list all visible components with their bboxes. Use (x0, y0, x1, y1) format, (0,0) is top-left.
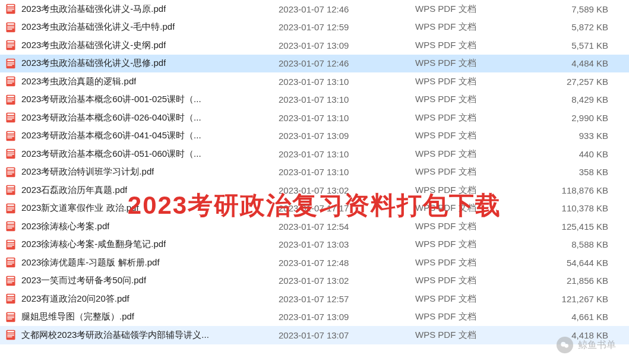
file-date-cell: 2023-01-07 13:10 (273, 149, 409, 159)
svg-rect-74 (7, 264, 12, 265)
svg-rect-61 (7, 223, 14, 224)
file-type-cell: WPS PDF 文档 (409, 40, 543, 51)
pdf-file-icon (5, 130, 17, 142)
file-row[interactable]: 2023考虫政治真题的逻辑.pdf2023-01-07 13:10WPS PDF… (0, 72, 629, 91)
file-type-cell: WPS PDF 文档 (409, 239, 543, 250)
file-type-cell: WPS PDF 文档 (409, 221, 543, 232)
file-name-cell: 2023考研政治特训班学习计划.pdf (2, 166, 273, 178)
file-name-cell: 2023徐涛核心考案-咸鱼翻身笔记.pdf (2, 239, 273, 251)
file-name-text: 2023考研政治基本概念60讲-041-045课时（... (21, 130, 201, 141)
svg-rect-62 (7, 225, 14, 226)
file-name-text: 2023考虫政治基础强化讲义-史纲.pdf (21, 40, 166, 51)
svg-rect-11 (7, 42, 14, 43)
file-row[interactable]: 2023徐涛核心考案.pdf2023-01-07 12:54WPS PDF 文档… (0, 217, 629, 236)
svg-rect-32 (7, 116, 14, 118)
svg-rect-26 (7, 96, 14, 97)
pdf-file-icon (5, 21, 17, 33)
svg-rect-47 (7, 170, 14, 172)
file-name-cell: 2023考研政治基本概念60讲-026-040课时（... (2, 112, 273, 124)
svg-rect-18 (7, 64, 14, 65)
svg-rect-69 (7, 246, 12, 247)
file-name-text: 2023考虫政治基础强化讲义-马原.pdf (21, 4, 166, 15)
file-date-cell: 2023-01-07 13:10 (273, 77, 409, 87)
file-row[interactable]: 腿姐思维导图（完整版）.pdf2023-01-07 13:09WPS PDF 文… (0, 308, 629, 327)
file-row[interactable]: 文都网校2023考研政治基础领学内部辅导讲义...2023-01-07 13:0… (0, 326, 629, 344)
pdf-file-icon (5, 220, 17, 232)
svg-rect-53 (7, 190, 14, 191)
file-name-text: 2023有道政治20问20答.pdf (21, 293, 129, 305)
file-row[interactable]: 2023徐涛优题库-习题版 解析册.pdf2023-01-07 12:48WPS… (0, 254, 629, 272)
file-row[interactable]: 2023考虫政治基础强化讲义-马原.pdf2023-01-07 12:46WPS… (0, 0, 629, 18)
svg-rect-86 (7, 313, 14, 315)
file-name-text: 腿姐思维导图（完整版）.pdf (21, 311, 134, 322)
wechat-icon (557, 337, 573, 353)
file-row[interactable]: 2023有道政治20问20答.pdf2023-01-07 12:57WPS PD… (0, 290, 629, 308)
pdf-file-icon (5, 275, 17, 287)
svg-rect-44 (7, 156, 12, 157)
svg-rect-34 (7, 119, 12, 121)
svg-rect-42 (7, 153, 14, 154)
file-row[interactable]: 2023一笑而过考研备考50问.pdf2023-01-07 13:02WPS P… (0, 272, 629, 290)
file-row[interactable]: 2023新文道寒假作业 政治.pdf2023-01-07 17:17WPS PD… (0, 200, 629, 218)
svg-rect-71 (7, 259, 14, 261)
file-size-cell: 440 KB (543, 149, 620, 159)
file-name-cell: 2023新文道寒假作业 政治.pdf (2, 202, 273, 214)
file-type-cell: WPS PDF 文档 (409, 185, 543, 196)
file-size-cell: 54,644 KB (543, 258, 620, 268)
file-list: 2023考虫政治基础强化讲义-马原.pdf2023-01-07 12:46WPS… (0, 0, 629, 344)
file-name-cell: 2023考虫政治真题的逻辑.pdf (2, 75, 273, 87)
file-row[interactable]: 2023考研政治基本概念60讲-026-040课时（...2023-01-07 … (0, 109, 629, 127)
file-date-cell: 2023-01-07 17:17 (273, 203, 409, 213)
file-row[interactable]: 2023考虫政治基础强化讲义-毛中特.pdf2023-01-07 12:59WP… (0, 18, 629, 37)
svg-rect-93 (7, 335, 14, 336)
svg-rect-46 (7, 168, 14, 170)
file-name-cell: 2023石磊政治历年真题.pdf (2, 184, 273, 196)
svg-rect-72 (7, 261, 14, 262)
pdf-file-icon (5, 293, 17, 305)
file-size-cell: 5,571 KB (543, 40, 620, 50)
svg-rect-73 (7, 262, 14, 264)
svg-rect-57 (7, 207, 14, 208)
svg-rect-23 (7, 81, 14, 83)
svg-rect-28 (7, 100, 14, 101)
file-name-text: 2023考研政治基本概念60讲-026-040课时（... (21, 112, 201, 124)
svg-rect-41 (7, 150, 14, 152)
file-type-cell: WPS PDF 文档 (409, 58, 543, 69)
svg-rect-63 (7, 226, 14, 227)
svg-rect-48 (7, 172, 14, 173)
file-row[interactable]: 2023考研政治基本概念60讲-051-060课时（...2023-01-07 … (0, 145, 629, 163)
file-name-cell: 2023考虫政治基础强化讲义-马原.pdf (2, 3, 273, 15)
file-row[interactable]: 2023徐涛核心考案-咸鱼翻身笔记.pdf2023-01-07 13:03WPS… (0, 236, 629, 254)
svg-rect-52 (7, 189, 14, 190)
file-name-text: 2023徐涛核心考案-咸鱼翻身笔记.pdf (21, 239, 166, 250)
svg-rect-78 (7, 281, 14, 282)
svg-rect-83 (7, 299, 14, 300)
file-row[interactable]: 2023考研政治特训班学习计划.pdf2023-01-07 13:10WPS P… (0, 163, 629, 182)
file-name-cell: 2023徐涛优题库-习题版 解析册.pdf (2, 257, 273, 268)
svg-rect-43 (7, 154, 14, 155)
file-row[interactable]: 2023考虫政治基础强化讲义-史纲.pdf2023-01-07 13:09WPS… (0, 36, 629, 55)
file-name-text: 文都网校2023考研政治基础领学内部辅导讲义... (21, 330, 209, 341)
svg-rect-19 (7, 65, 12, 66)
pdf-file-icon (5, 75, 17, 87)
svg-rect-92 (7, 334, 14, 335)
svg-rect-84 (7, 300, 12, 302)
file-type-cell: WPS PDF 文档 (409, 112, 543, 124)
svg-rect-8 (7, 27, 14, 29)
svg-rect-67 (7, 243, 14, 244)
svg-rect-87 (7, 315, 14, 316)
file-row[interactable]: 2023考虫政治基础强化讲义-思修.pdf2023-01-07 12:46WPS… (0, 55, 629, 73)
svg-rect-16 (7, 59, 14, 61)
file-date-cell: 2023-01-07 12:46 (273, 4, 409, 14)
file-date-cell: 2023-01-07 13:10 (273, 94, 409, 105)
file-row[interactable]: 2023石磊政治历年真题.pdf2023-01-07 13:02WPS PDF … (0, 181, 629, 200)
file-name-cell: 文都网校2023考研政治基础领学内部辅导讲义... (2, 329, 273, 341)
svg-rect-21 (7, 78, 14, 80)
file-name-text: 2023徐涛核心考案.pdf (21, 221, 109, 232)
file-name-cell: 腿姐思维导图（完整版）.pdf (2, 311, 273, 323)
file-row[interactable]: 2023考研政治基本概念60讲-001-025课时（...2023-01-07 … (0, 91, 629, 109)
svg-rect-94 (7, 337, 12, 338)
file-size-cell: 8,429 KB (543, 94, 620, 105)
file-row[interactable]: 2023考研政治基本概念60讲-041-045课时（...2023-01-07 … (0, 127, 629, 145)
svg-rect-81 (7, 295, 14, 297)
